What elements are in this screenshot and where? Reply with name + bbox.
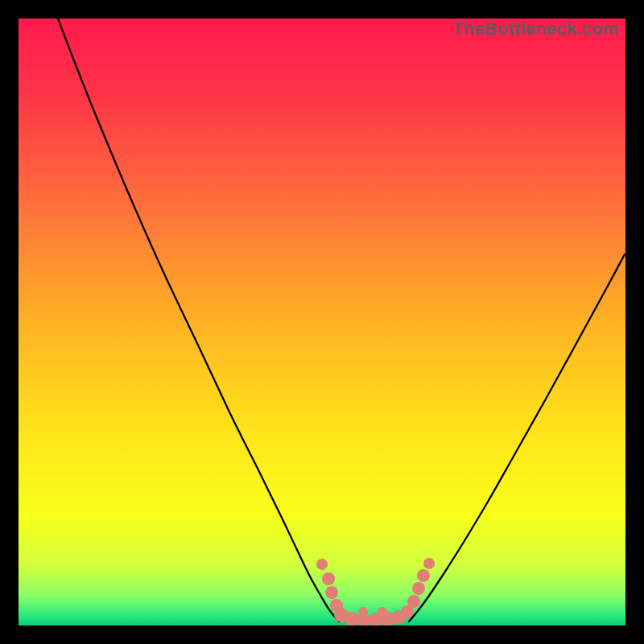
curve-right bbox=[409, 254, 625, 621]
curve-left bbox=[58, 19, 339, 621]
curves-layer bbox=[19, 19, 625, 625]
chart-frame: TheBottleneck.com bbox=[19, 19, 625, 625]
watermark-text: TheBottleneck.com bbox=[453, 19, 619, 39]
